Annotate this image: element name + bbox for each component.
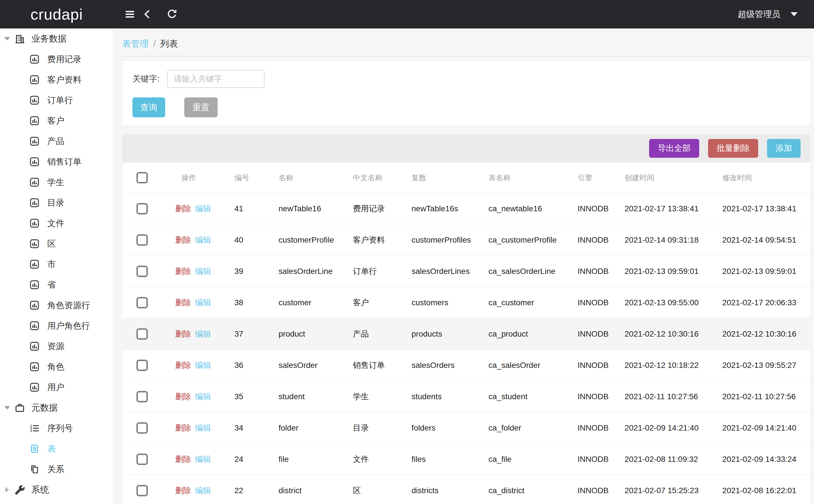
sidebar-item[interactable]: 费用记录 [0,49,113,69]
delete-link[interactable]: 删除 [175,423,191,433]
sidebar-item[interactable]: 客户 [0,110,113,131]
cell-caption: 目录 [352,423,410,433]
back-icon[interactable] [142,9,153,20]
app-logo[interactable]: crudapi [0,5,113,23]
edit-link[interactable]: 编辑 [195,391,211,402]
edit-link[interactable]: 编辑 [195,203,211,214]
bar-chart-icon [30,362,39,372]
row-checkbox[interactable] [136,328,148,340]
sidebar-item[interactable]: 角色资源行 [0,295,113,315]
sidebar-item[interactable]: 学生 [0,172,113,192]
row-checkbox[interactable] [136,266,148,277]
export-all-button[interactable]: 导出全部 [649,139,699,158]
cell-table-name: ca_customer [487,298,576,307]
delete-link[interactable]: 删除 [175,297,191,308]
row-checkbox[interactable] [136,203,148,214]
delete-link[interactable]: 删除 [175,235,191,245]
sidebar-item[interactable]: 关系 [0,459,113,480]
row-checkbox[interactable] [136,454,148,465]
row-checkbox[interactable] [136,422,148,434]
query-button[interactable]: 查询 [132,97,165,117]
edit-link[interactable]: 编辑 [195,423,211,433]
sidebar-item-label: 用户角色行 [47,320,90,332]
sidebar-item[interactable]: 销售订单 [0,151,113,172]
sidebar-item[interactable]: 市 [0,254,113,274]
sidebar-item[interactable]: 产品 [0,131,113,151]
row-actions: 删除编辑 [162,203,233,214]
sidebar-item[interactable]: 目录 [0,192,113,213]
edit-link[interactable]: 编辑 [195,360,211,371]
edit-link[interactable]: 编辑 [195,297,211,308]
refresh-icon[interactable] [166,9,178,20]
delete-link[interactable]: 删除 [175,454,191,465]
delete-link[interactable]: 删除 [175,203,191,214]
triangle-right-icon[interactable] [4,487,10,493]
row-checkbox[interactable] [136,297,148,308]
triangle-down-icon[interactable] [4,406,10,409]
sidebar-item[interactable]: 客户资料 [0,69,113,90]
table-row: 删除编辑34folder目录foldersca_folderINNODB2021… [122,412,810,444]
table-row: 删除编辑35student学生studentsca_studentINNODB2… [122,381,810,412]
delete-link[interactable]: 删除 [175,329,191,339]
edit-link[interactable]: 编辑 [195,329,211,339]
sidebar-group[interactable]: 系统 [0,480,113,500]
bar-chart-icon [30,177,39,187]
keyword-input[interactable] [167,70,265,88]
sidebar-item[interactable]: 订单行 [0,90,113,110]
edit-link[interactable]: 编辑 [195,485,211,496]
sidebar-item[interactable]: 用户角色行 [0,315,113,336]
row-checkbox[interactable] [136,234,148,246]
cell-name: product [277,329,352,339]
sidebar-item[interactable]: 用户 [0,377,113,398]
reset-button[interactable]: 重置 [184,97,218,117]
cell-plural: students [410,392,487,401]
sidebar-item[interactable]: 资源 [0,336,113,357]
user-menu[interactable]: 超级管理员 [738,9,814,20]
sidebar-item-label: 资源 [47,341,64,352]
cell-updated-at: 2021-02-17 20:06:33 [721,298,810,307]
sidebar-group[interactable]: 元数据 [0,398,113,418]
sidebar-item[interactable]: 文件 [0,213,113,233]
table-row: 删除编辑40customerProfile客户资料customerProfile… [122,224,810,256]
delete-link[interactable]: 删除 [175,391,191,402]
sidebar-item-label: 表 [47,443,56,455]
row-checkbox[interactable] [136,391,148,402]
caret-down-icon [791,12,797,16]
breadcrumb-link-table-management[interactable]: 表管理 [122,38,149,50]
edit-link[interactable]: 编辑 [195,235,211,245]
add-button[interactable]: 添加 [767,139,801,158]
row-checkbox[interactable] [136,360,148,371]
bar-chart-icon [30,157,39,167]
menu-toggle-icon[interactable] [124,9,136,20]
row-actions: 删除编辑 [162,391,233,402]
sidebar-group[interactable]: 业务数据 [0,28,113,49]
delete-link[interactable]: 删除 [175,266,191,277]
sidebar-item[interactable]: 角色 [0,357,113,377]
bulk-delete-button[interactable]: 批量删除 [708,139,758,158]
sidebar-item-active[interactable]: 表 [0,439,113,459]
delete-link[interactable]: 删除 [175,360,191,371]
cell-id: 36 [233,361,277,370]
sidebar-item[interactable]: 省 [0,274,113,295]
triangle-down-icon[interactable] [4,37,10,40]
row-checkbox[interactable] [136,485,148,496]
cell-caption: 区 [352,485,410,496]
table-row: 删除编辑37product产品productsca_productINNODB2… [122,318,810,350]
row-checkbox-cell [122,360,162,371]
bar-chart-icon [30,116,39,126]
main-content: 表管理 / 列表 关键字: 查询 重置 导出全部 批量删除 添 [113,28,814,504]
sidebar-item[interactable]: 123序列号 [0,418,113,439]
cell-id: 24 [233,455,277,464]
cell-name: salesOrder [277,361,352,370]
topbar: crudapi 超级管理员 [0,0,814,28]
sidebar-item[interactable]: 区 [0,233,113,254]
cell-table-name: ca_salesOrderLine [487,267,576,276]
delete-link[interactable]: 删除 [175,485,191,496]
cell-updated-at: 2021-02-08 16:22:01 [721,486,810,495]
row-checkbox-cell [122,234,162,246]
select-all-checkbox[interactable] [136,172,148,183]
edit-link[interactable]: 编辑 [195,454,211,465]
edit-link[interactable]: 编辑 [195,266,211,277]
bar-chart-icon [30,259,39,269]
row-checkbox-cell [122,266,162,277]
